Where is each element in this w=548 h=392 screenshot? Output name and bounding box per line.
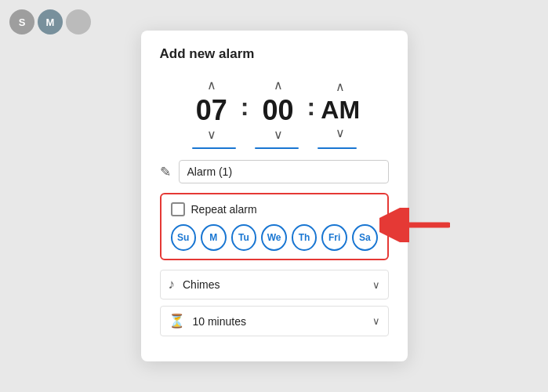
chimes-label: Chimes <box>183 278 365 291</box>
hours-column: ∧ 07 ∨ <box>184 76 239 145</box>
avatar-group: S M <box>9 9 91 34</box>
time-picker: ∧ 07 ∨ : ∧ 00 ∨ : ∧ AM ∨ <box>160 76 389 145</box>
day-friday[interactable]: Fri <box>321 224 347 251</box>
time-separator-1: : <box>241 93 249 128</box>
day-wednesday[interactable]: We <box>261 224 287 251</box>
ampm-up-button[interactable]: ∧ <box>328 78 353 96</box>
days-row: Su M Tu We Th Fri Sa <box>171 224 378 251</box>
day-sunday[interactable]: Su <box>171 224 197 251</box>
ampm-underline <box>318 147 357 149</box>
panel-title: Add new alarm <box>160 46 389 62</box>
minutes-down-button[interactable]: ∨ <box>266 125 291 144</box>
red-arrow-icon <box>379 208 450 242</box>
day-thursday[interactable]: Th <box>292 224 318 251</box>
minutes-up-button[interactable]: ∧ <box>266 76 291 95</box>
alarm-name-input[interactable] <box>179 160 389 183</box>
ampm-down-button[interactable]: ∨ <box>328 124 353 143</box>
day-tuesday[interactable]: Tu <box>231 224 257 251</box>
avatar-m: M <box>38 9 63 34</box>
ampm-column: ∧ AM ∨ <box>317 78 364 143</box>
avatar-unknown <box>66 9 91 34</box>
hours-up-button[interactable]: ∧ <box>199 76 224 95</box>
time-underlines <box>160 147 389 149</box>
time-separator-2: : <box>307 93 316 128</box>
snooze-chevron-icon: ∨ <box>372 315 380 327</box>
hours-down-button[interactable]: ∨ <box>199 125 224 144</box>
repeat-checkbox[interactable] <box>171 202 185 216</box>
alarm-name-row: ✎ <box>160 160 389 183</box>
chimes-row[interactable]: ♪ Chimes ∨ <box>160 270 389 299</box>
ampm-value[interactable]: AM <box>321 96 360 124</box>
repeat-label: Repeat alarm <box>191 203 257 216</box>
add-alarm-panel: Add new alarm ∧ 07 ∨ : ∧ 00 ∨ : ∧ AM <box>141 31 408 362</box>
repeat-row: Repeat alarm <box>171 202 378 216</box>
screen-background: S M Add new alarm ∧ 07 ∨ : ∧ 00 ∨ : <box>0 0 548 392</box>
repeat-alarm-box: Repeat alarm Su M Tu We Th Fri Sa <box>160 193 389 260</box>
hours-value[interactable]: 07 <box>196 95 227 126</box>
minutes-underline <box>255 147 299 149</box>
snooze-icon: ⏳ <box>169 313 185 329</box>
chimes-icon: ♪ <box>169 277 176 292</box>
day-saturday[interactable]: Sa <box>352 224 378 251</box>
arrow-container <box>379 208 450 245</box>
minutes-value[interactable]: 00 <box>262 95 293 126</box>
chimes-chevron-icon: ∨ <box>372 279 380 291</box>
day-monday[interactable]: M <box>201 224 227 251</box>
hours-underline <box>192 147 236 149</box>
edit-icon: ✎ <box>160 164 171 180</box>
avatar-s: S <box>9 9 34 34</box>
minutes-column: ∧ 00 ∨ <box>251 76 306 145</box>
snooze-row[interactable]: ⏳ 10 minutes ∨ <box>160 306 389 336</box>
snooze-label: 10 minutes <box>193 315 365 328</box>
